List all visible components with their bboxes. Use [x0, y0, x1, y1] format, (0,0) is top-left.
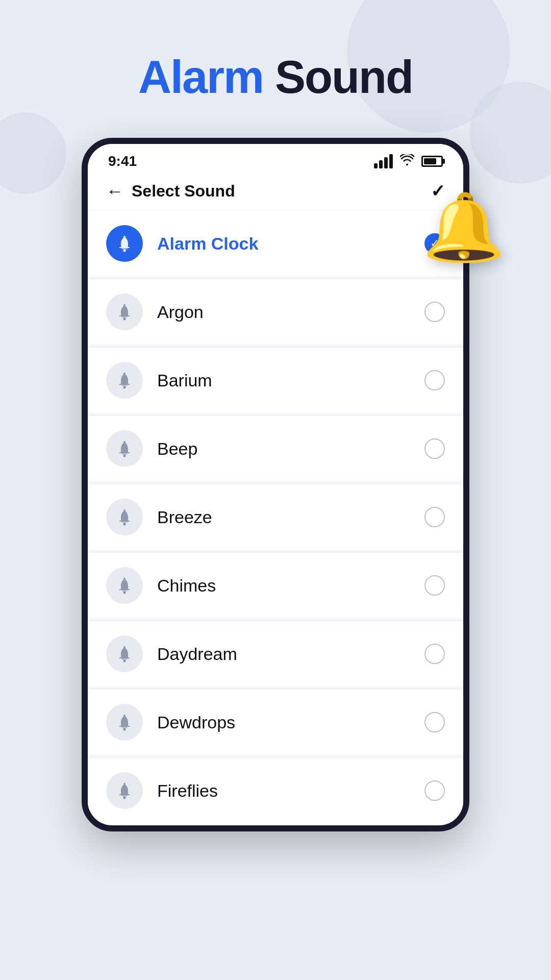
svg-point-0	[121, 248, 128, 250]
battery-icon	[421, 156, 443, 167]
sound-name-fireflies: Fireflies	[157, 781, 424, 801]
sound-item-chimes[interactable]: Chimes	[88, 553, 463, 618]
wifi-icon	[400, 154, 414, 168]
sound-name-argon: Argon	[157, 302, 424, 322]
sound-radio-dewdrops[interactable]	[424, 712, 445, 732]
sound-icon-argon	[106, 293, 143, 330]
sound-icon-breeze	[106, 499, 143, 535]
sound-name-breeze: Breeze	[157, 507, 424, 527]
svg-point-22	[123, 728, 126, 731]
sound-name-chimes: Chimes	[157, 576, 424, 596]
sound-item-argon[interactable]: Argon	[88, 279, 463, 345]
svg-rect-26	[123, 783, 126, 785]
svg-point-10	[123, 455, 126, 457]
sound-icon-dewdrops	[106, 704, 143, 741]
sound-item-barium[interactable]: Barium	[88, 348, 463, 413]
svg-rect-8	[123, 373, 126, 374]
sound-icon-barium	[106, 362, 143, 399]
svg-point-6	[121, 384, 128, 386]
sound-radio-breeze[interactable]	[424, 507, 445, 527]
svg-point-12	[121, 521, 128, 523]
title-dark: Sound	[263, 52, 413, 103]
nav-bar: ← Select Sound ✓	[88, 175, 463, 211]
svg-point-25	[123, 797, 126, 799]
sound-item-fireflies[interactable]: Fireflies	[88, 758, 463, 823]
sound-icon-beep	[106, 430, 143, 467]
svg-rect-20	[123, 646, 126, 648]
svg-point-7	[123, 386, 126, 389]
sound-radio-beep[interactable]	[424, 438, 445, 459]
sound-list: Alarm Clock ✓ Argon	[88, 211, 463, 823]
svg-rect-23	[123, 715, 126, 716]
status-bar: 9:41	[88, 144, 463, 175]
svg-rect-2	[123, 236, 126, 237]
page-title: Alarm Sound	[0, 51, 551, 104]
svg-point-9	[121, 453, 128, 455]
sound-icon-fireflies	[106, 772, 143, 809]
sound-item-alarm-clock[interactable]: Alarm Clock ✓	[88, 211, 463, 276]
status-icons	[374, 154, 443, 168]
svg-point-19	[123, 660, 126, 663]
svg-point-21	[121, 726, 128, 728]
sound-radio-fireflies[interactable]	[424, 780, 445, 801]
sound-item-beep[interactable]: Beep	[88, 416, 463, 481]
svg-point-15	[121, 590, 128, 592]
back-arrow-icon[interactable]: ←	[106, 181, 123, 201]
status-time: 9:41	[108, 153, 137, 169]
sound-item-breeze[interactable]: Breeze	[88, 484, 463, 550]
nav-back[interactable]: ← Select Sound	[106, 181, 235, 201]
sound-radio-daydream[interactable]	[424, 644, 445, 664]
sound-name-barium: Barium	[157, 371, 424, 390]
svg-point-1	[123, 250, 126, 252]
sound-icon-chimes	[106, 567, 143, 604]
svg-rect-14	[123, 509, 126, 511]
sound-name-beep: Beep	[157, 439, 424, 459]
sound-name-alarm-clock: Alarm Clock	[157, 234, 424, 254]
svg-rect-5	[123, 304, 126, 306]
sound-radio-argon[interactable]	[424, 302, 445, 322]
svg-rect-17	[123, 578, 126, 579]
sound-item-dewdrops[interactable]: Dewdrops	[88, 690, 463, 755]
sound-name-dewdrops: Dewdrops	[157, 713, 424, 732]
sound-icon-alarm-clock	[106, 225, 143, 262]
svg-point-16	[123, 592, 126, 594]
svg-rect-11	[123, 441, 126, 443]
svg-point-18	[121, 658, 128, 660]
svg-point-3	[121, 316, 128, 318]
svg-point-4	[123, 318, 126, 321]
sound-name-daydream: Daydream	[157, 644, 424, 664]
sound-radio-barium[interactable]	[424, 370, 445, 390]
decorative-bell-icon: 🔔	[422, 189, 505, 266]
sound-radio-chimes[interactable]	[424, 575, 445, 596]
sound-item-daydream[interactable]: Daydream	[88, 621, 463, 687]
sound-icon-daydream	[106, 635, 143, 672]
svg-point-13	[123, 523, 126, 526]
signal-icon	[374, 154, 393, 168]
svg-point-24	[121, 795, 128, 797]
phone-mockup: 9:41 ← Select	[82, 138, 469, 831]
nav-title: Select Sound	[132, 182, 235, 201]
title-blue: Alarm	[138, 52, 263, 103]
bg-cloud-3	[0, 112, 66, 194]
